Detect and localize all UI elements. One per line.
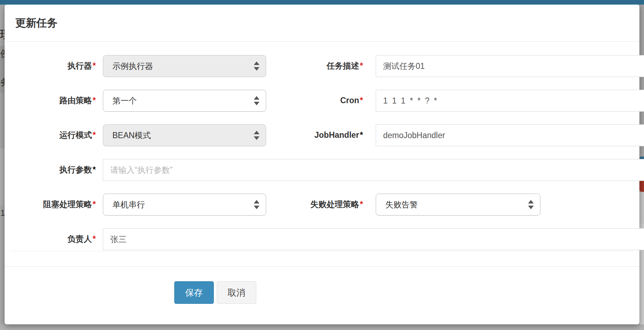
cron-input[interactable] <box>376 90 644 112</box>
required-star: * <box>93 61 96 70</box>
background-text-fragment: 理 <box>0 27 5 42</box>
background-text-fragment: 例 <box>0 48 5 60</box>
block-strategy-label: 阻塞处理策略* <box>5 200 103 209</box>
block-strategy-select[interactable]: 单机串行 <box>103 194 266 216</box>
required-star: * <box>360 96 363 105</box>
route-strategy-label: 路由策略* <box>5 96 103 105</box>
background-page-left-edge: 理 例 务 1 <box>0 5 5 330</box>
required-star: * <box>93 165 96 174</box>
update-task-modal: 更新任务 执行器* 示例执行器 任务描述* 路由策略* 第一个 Cron* 运行… <box>5 5 639 324</box>
owner-input[interactable] <box>103 228 644 250</box>
exec-param-input[interactable] <box>103 159 644 181</box>
background-navbar <box>0 0 644 5</box>
form-row: 执行器* 示例执行器 任务描述* <box>5 55 639 77</box>
route-strategy-select[interactable]: 第一个 <box>103 90 266 112</box>
jobhandler-input[interactable] <box>376 124 644 146</box>
select-arrows-icon <box>254 96 259 105</box>
required-star: * <box>93 234 96 243</box>
fail-strategy-label: 失败处理策略* <box>266 200 376 209</box>
jobhandler-label: JobHandler* <box>266 131 376 140</box>
required-star: * <box>360 130 363 140</box>
run-mode-label: 运行模式* <box>5 131 103 140</box>
job-desc-label: 任务描述* <box>266 61 376 70</box>
select-arrows-icon <box>254 131 259 140</box>
form-row: 阻塞处理策略* 单机串行 失败处理策略* 失败告警 <box>5 194 639 216</box>
required-star: * <box>93 200 96 209</box>
form-row: 路由策略* 第一个 Cron* <box>5 90 639 112</box>
form-divider <box>10 251 634 251</box>
form-row: 运行模式* BEAN模式 JobHandler* <box>5 124 639 146</box>
required-star: * <box>360 61 363 70</box>
modal-footer: 保存 取消 <box>174 281 256 304</box>
executor-label: 执行器* <box>5 61 103 70</box>
select-arrows-icon <box>254 200 259 209</box>
select-arrows-icon <box>528 200 534 209</box>
footer-divider <box>5 266 639 267</box>
background-text-fragment: 1 <box>0 208 5 218</box>
required-star: * <box>93 96 96 105</box>
owner-label: 负责人* <box>5 235 103 243</box>
update-task-form: 执行器* 示例执行器 任务描述* 路由策略* 第一个 Cron* 运行模式* B… <box>5 42 639 263</box>
required-star: * <box>360 200 363 209</box>
modal-title: 更新任务 <box>15 16 58 30</box>
cancel-button[interactable]: 取消 <box>217 281 256 304</box>
form-row: 执行参数* 子任务Key* <box>5 159 639 181</box>
cron-label: Cron* <box>266 96 376 105</box>
select-arrows-icon <box>254 61 259 71</box>
exec-param-label: 执行参数* <box>5 165 103 174</box>
job-desc-input[interactable] <box>376 55 644 77</box>
fail-strategy-select[interactable]: 失败告警 <box>376 194 540 216</box>
modal-header: 更新任务 <box>5 5 639 42</box>
background-text-fragment: 务 <box>0 76 5 89</box>
background-page-bottom-edge <box>0 324 644 330</box>
run-mode-select[interactable]: BEAN模式 <box>103 124 266 146</box>
executor-select[interactable]: 示例执行器 <box>103 55 266 77</box>
form-row: 负责人* 报警邮件* <box>5 228 639 250</box>
required-star: * <box>93 130 96 140</box>
save-button[interactable]: 保存 <box>174 281 214 304</box>
